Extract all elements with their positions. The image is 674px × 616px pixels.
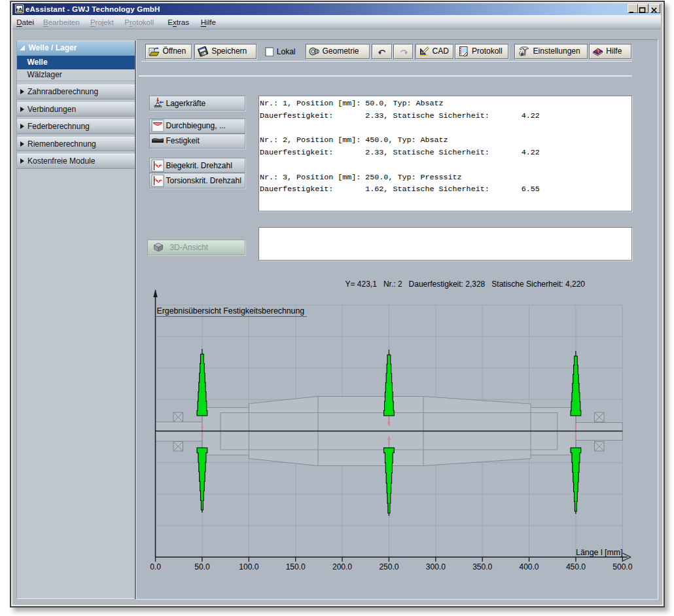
svg-text:450.0: 450.0 [565,562,585,571]
svg-text:Ergebnisübersicht Festigkeitsb: Ergebnisübersicht Festigkeitsberechnung [156,306,304,316]
svg-text:250.0: 250.0 [379,562,399,571]
svg-text:350.0: 350.0 [472,562,492,571]
svg-text:50.0: 50.0 [194,562,210,571]
svg-text:Länge l [mm]: Länge l [mm] [576,547,623,556]
svg-text:500.0: 500.0 [612,562,632,571]
svg-text:0.0: 0.0 [150,562,161,571]
svg-text:100.0: 100.0 [239,562,258,571]
svg-text:300.0: 300.0 [425,562,445,571]
svg-text:150.0: 150.0 [285,562,305,571]
svg-text:200.0: 200.0 [332,562,351,571]
svg-text:400.0: 400.0 [519,562,539,571]
